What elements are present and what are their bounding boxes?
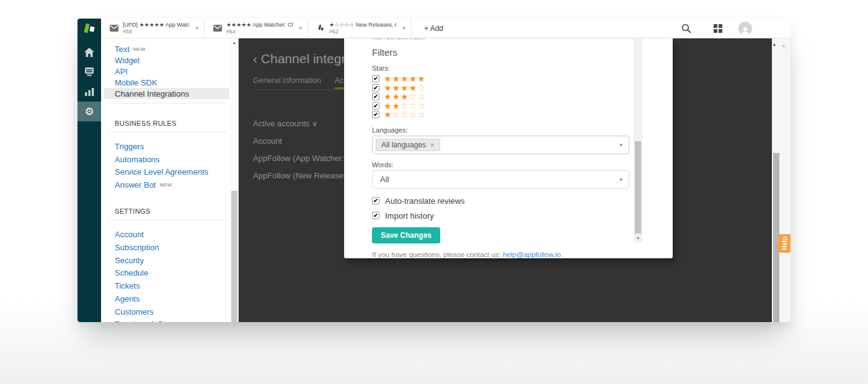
ticket-tab-2[interactable]: ★★★★★ App Watcher: Che... #64 ×	[205, 19, 308, 38]
sidebar-item-reports[interactable]	[78, 82, 101, 102]
nav-item-schedule[interactable]: Schedule	[104, 266, 229, 279]
nav-item-security[interactable]: Security	[104, 254, 229, 267]
nav-label: Subscription	[115, 243, 159, 252]
scroll-up-icon[interactable]: ▴	[782, 43, 785, 48]
nav-item-widget[interactable]: Widget	[104, 55, 229, 66]
page-title: ‹ Channel integrations	[253, 51, 344, 66]
chevron-down-icon[interactable]: ▾	[619, 142, 622, 148]
nav-scrollbar-thumb[interactable]	[231, 191, 237, 322]
nav-label: Agents	[115, 294, 140, 303]
add-tab-button[interactable]: + Add	[424, 24, 443, 33]
checkbox-4-stars[interactable]: ✔	[372, 84, 379, 92]
save-changes-button[interactable]: Save Changes	[372, 227, 440, 243]
nav-item-mobile-sdk[interactable]: Mobile SDK	[104, 77, 229, 88]
nav-item-tickets[interactable]: Tickets	[104, 279, 229, 292]
sidebar-item-home[interactable]	[78, 42, 101, 62]
language-tag: All languages ×	[376, 139, 440, 151]
active-accounts-dropdown[interactable]: Active accounts ∨	[253, 119, 344, 128]
views-icon	[84, 68, 94, 76]
remove-tag-icon[interactable]: ×	[430, 141, 434, 149]
tab-accounts[interactable]: Accounts	[335, 76, 344, 89]
nav-item-sla[interactable]: Service Level Agreements	[104, 166, 229, 179]
account-row[interactable]: AppFollow (New Releases, Hip H	[253, 171, 344, 180]
tab-general-information[interactable]: General information	[253, 76, 321, 89]
checkbox-import-history[interactable]: ✔	[372, 212, 379, 219]
envelope-icon	[213, 25, 222, 32]
bar-chart-icon	[85, 88, 94, 96]
nav-label: Schedule	[115, 268, 148, 277]
account-row[interactable]: AppFollow (App Watcher: Check	[253, 154, 344, 163]
language-tag-label: All languages	[381, 141, 426, 149]
nav-item-answer-bot[interactable]: Answer BotNEW	[104, 178, 229, 191]
nav-label: Security	[115, 256, 144, 265]
apps-grid-icon[interactable]	[714, 24, 722, 33]
gear-icon: ⚙	[84, 107, 94, 117]
appfollow-logo[interactable]	[78, 19, 101, 38]
appfollow-icon	[317, 24, 325, 32]
filters-modal: Enter Client Secret (OAuth) Filters Star…	[344, 38, 673, 258]
stars-filled: ★	[384, 110, 392, 120]
scroll-down-icon[interactable]: ▾	[634, 235, 642, 241]
checkbox-auto-translate[interactable]: ✔	[372, 197, 379, 204]
nav-label: Mobile SDK	[115, 78, 157, 87]
sidebar-item-settings[interactable]: ⚙	[78, 102, 101, 121]
nav-scrollbar[interactable]: ▴	[231, 38, 238, 322]
modal-scrollbar[interactable]: ▾	[634, 38, 642, 242]
nav-item-automations[interactable]: Automations	[104, 153, 229, 166]
divider	[110, 103, 227, 103]
nav-item-api[interactable]: API	[104, 66, 229, 77]
nav-item-agents[interactable]: Agents	[104, 292, 229, 305]
checkbox-1-star[interactable]: ✔	[372, 111, 379, 118]
divider	[110, 132, 227, 133]
nav-item-account[interactable]: Account	[104, 228, 229, 241]
help-tab[interactable]: Help	[778, 234, 790, 253]
star-filter-row-1: ✔ ★☆☆☆☆	[372, 110, 629, 120]
stars-label: Stars:	[372, 64, 629, 72]
nav-item-benchmark-survey[interactable]: Benchmark Survey	[104, 318, 229, 322]
nav-label: Automations	[115, 155, 159, 164]
column-header-account: Account	[253, 136, 344, 146]
footer-period: .	[561, 251, 563, 258]
close-icon[interactable]: ×	[299, 25, 303, 32]
nav-label: Text	[115, 45, 130, 54]
close-icon[interactable]: ×	[402, 25, 406, 32]
new-badge: NEW	[159, 182, 172, 188]
ticket-tab-1[interactable]: [UPD] ★★★★★ App Watche... #68 ×	[101, 19, 205, 38]
words-selected-value: All	[380, 175, 389, 184]
support-email-link[interactable]: help@appfollow.io	[503, 251, 561, 258]
checkbox-3-stars[interactable]: ✔	[372, 93, 379, 100]
sidebar-item-views[interactable]	[78, 62, 101, 82]
checkbox-5-stars[interactable]: ✔	[372, 75, 379, 82]
footer-text: If you have questions, please contact us…	[372, 251, 503, 258]
modal-scrollbar-thumb[interactable]	[635, 141, 641, 233]
nav-item-customers[interactable]: Customers	[104, 305, 229, 318]
nav-item-triggers[interactable]: Triggers	[104, 140, 229, 153]
modal-footer: If you have questions, please contact us…	[372, 251, 629, 258]
nav-label: API	[115, 67, 128, 76]
logo-white-bar	[89, 26, 95, 32]
page-scrollbar[interactable]: ▴ ▴	[772, 38, 790, 322]
avatar[interactable]	[738, 22, 752, 35]
nav-section-business-rules: BUSINESS RULES	[115, 120, 229, 127]
new-badge: NEW	[133, 46, 146, 52]
close-icon[interactable]: ×	[195, 25, 199, 32]
nav-label: Answer Bot	[115, 180, 156, 190]
nav-item-text[interactable]: TextNEW	[104, 43, 229, 55]
star-filter-row-2: ✔ ★★☆☆☆	[372, 102, 629, 111]
settings-nav-panel: TextNEW Widget API Mobile SDK Channel In…	[101, 38, 239, 322]
ticket-tab-3[interactable]: ★☆☆☆☆ New Releases, Hip ... #62 ×	[308, 19, 412, 38]
chevron-down-icon[interactable]: ▾	[619, 177, 622, 183]
star-filter-row-5: ✔ ★★★★★	[372, 74, 629, 84]
words-select[interactable]: All ▾	[372, 170, 629, 189]
tab-text: [UPD] ★★★★★ App Watche... #68	[123, 22, 190, 35]
background-page: ‹ Channel integrations General informati…	[239, 38, 344, 322]
nav-item-channel-integrations[interactable]: Channel Integrations	[104, 88, 229, 99]
languages-multiselect[interactable]: All languages × ▾	[372, 136, 629, 154]
scroll-up-icon[interactable]: ▴	[773, 41, 776, 47]
import-history-label: Import history	[385, 211, 434, 220]
nav-item-subscription[interactable]: Subscription	[104, 241, 229, 254]
search-icon[interactable]	[681, 24, 691, 33]
scroll-up-icon[interactable]: ▴	[231, 40, 238, 45]
tab-title: ★★★★★ App Watcher: Che...	[226, 22, 293, 28]
checkbox-2-stars[interactable]: ✔	[372, 102, 379, 110]
